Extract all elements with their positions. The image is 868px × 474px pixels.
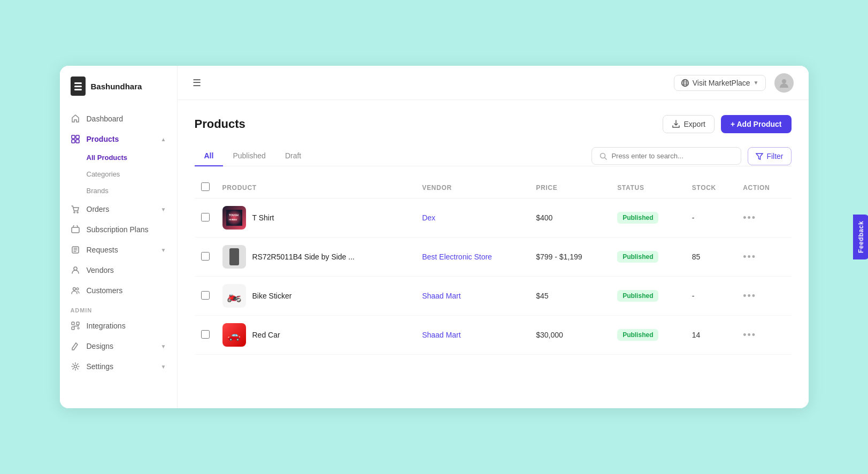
sidebar-sub-categories[interactable]: Categories [60, 166, 177, 182]
svg-rect-12 [76, 322, 79, 325]
svg-point-15 [74, 365, 76, 368]
row-checkbox-car[interactable] [201, 330, 210, 339]
svg-point-4 [73, 212, 74, 213]
product-cell-bike: 🏍️ Bike Sticker [222, 284, 410, 308]
brand-logo-area: Bashundhara [60, 77, 177, 109]
svg-rect-1 [76, 135, 79, 139]
admin-section-label: ADMIN [60, 301, 177, 316]
vendor-bes[interactable]: Best Electronic Store [422, 253, 492, 261]
page-header: Products Export + Add Product [195, 115, 792, 133]
sidebar-item-products-label: Products [87, 135, 119, 143]
select-all-checkbox[interactable] [201, 182, 210, 191]
sidebar-item-dashboard[interactable]: Dashboard [60, 109, 177, 129]
svg-rect-11 [72, 322, 74, 325]
avatar[interactable] [774, 73, 794, 93]
action-menu-car[interactable]: ••• [743, 330, 756, 340]
action-menu-rs72r[interactable]: ••• [743, 251, 756, 262]
sidebar-item-designs-label: Designs [87, 342, 114, 350]
price-rs72r: $799 - $1,199 [529, 238, 611, 277]
sidebar-item-settings[interactable]: Settings ▼ [60, 356, 177, 377]
chevron-down-icon-settings: ▼ [161, 364, 166, 370]
svg-rect-3 [76, 140, 79, 143]
integrations-icon [71, 321, 80, 331]
orders-icon [71, 204, 80, 214]
price-tshirt: $400 [529, 198, 611, 238]
tab-all[interactable]: All [195, 146, 224, 166]
globe-icon [681, 79, 689, 87]
search-box[interactable] [592, 147, 741, 165]
product-name-car: Red Car [252, 331, 280, 339]
sidebar-sub-all-products[interactable]: All Products [60, 149, 177, 166]
sidebar-item-products[interactable]: Products ▲ [60, 129, 177, 149]
sidebar-item-orders[interactable]: Orders ▼ [60, 199, 177, 219]
svg-rect-0 [72, 135, 75, 139]
settings-icon [71, 362, 80, 371]
main-content: ☰ Visit MarketPlace ▼ [178, 66, 809, 408]
chevron-down-icon-requests: ▼ [161, 247, 166, 253]
row-checkbox-bike[interactable] [201, 291, 210, 300]
action-menu-bike[interactable]: ••• [743, 290, 756, 301]
brand-icon [71, 77, 86, 96]
svg-rect-20 [226, 210, 242, 226]
sidebar-item-designs[interactable]: Designs ▼ [60, 336, 177, 356]
sidebar-item-dashboard-label: Dashboard [87, 114, 124, 123]
stock-rs72r: 85 [686, 238, 737, 277]
status-badge-bike: Published [617, 290, 658, 302]
brand-name: Bashundhara [91, 82, 142, 91]
sidebar-item-customers[interactable]: Customers [60, 280, 177, 301]
row-checkbox-tshirt[interactable] [201, 213, 210, 221]
products-icon [71, 134, 80, 144]
visit-marketplace-btn[interactable]: Visit MarketPlace ▼ [674, 75, 766, 91]
sidebar-admin-nav: Integrations Designs ▼ Settin [60, 316, 177, 377]
export-button[interactable]: Export [663, 115, 714, 133]
vendor-shaad-mart-car[interactable]: Shaad Mart [422, 331, 460, 339]
home-icon [71, 114, 80, 124]
visit-marketplace-label: Visit MarketPlace [693, 79, 750, 87]
export-icon [672, 120, 680, 128]
vendor-shaad-mart-bike[interactable]: Shaad Mart [422, 292, 460, 300]
vendor-dex[interactable]: Dex [422, 213, 435, 222]
sidebar-item-subscription[interactable]: Subscription Plans [60, 219, 177, 240]
th-stock: STOCK [686, 177, 737, 198]
svg-point-14 [78, 327, 79, 329]
product-cell-car: 🚗 Red Car [222, 323, 410, 347]
vendors-icon [71, 265, 80, 275]
feedback-tab[interactable]: Feedback [853, 215, 868, 259]
th-status: STATUS [611, 177, 686, 198]
action-menu-tshirt[interactable]: ••• [743, 212, 756, 223]
product-name-rs72r: RS72R5011B4 Side by Side ... [252, 253, 355, 261]
sidebar-item-requests[interactable]: Requests ▼ [60, 240, 177, 260]
svg-text:HUMAN: HUMAN [229, 218, 237, 221]
product-cell-rs72r: RS72R5011B4 Side by Side ... [222, 245, 410, 269]
th-product: PRODUCT [216, 177, 416, 198]
sidebar-item-customers-label: Customers [87, 286, 123, 295]
table-row: TOUGH HUMAN T Shirt Dex $400 Published [195, 198, 792, 238]
th-action: ACTION [736, 177, 791, 198]
sidebar: Bashundhara Dashboard [60, 66, 178, 408]
customers-icon [71, 286, 80, 295]
sidebar-item-vendors[interactable]: Vendors [60, 260, 177, 280]
menu-icon[interactable]: ☰ [193, 77, 201, 89]
table-body: TOUGH HUMAN T Shirt Dex $400 Published [195, 198, 792, 355]
dropdown-icon: ▼ [754, 80, 759, 86]
row-checkbox-rs72r[interactable] [201, 252, 210, 261]
table-row: RS72R5011B4 Side by Side ... Best Electr… [195, 238, 792, 277]
filter-button[interactable]: Filter [748, 147, 791, 165]
sidebar-sub-brands[interactable]: Brands [60, 182, 177, 199]
svg-rect-13 [72, 327, 74, 330]
chevron-down-icon: ▼ [161, 207, 166, 212]
add-product-button[interactable]: + Add Product [721, 115, 792, 133]
product-img-bike: 🏍️ [222, 284, 246, 308]
table-row: 🏍️ Bike Sticker Shaad Mart $45 Published… [195, 277, 792, 316]
tab-draft[interactable]: Draft [275, 146, 311, 166]
page-content-area: Products Export + Add Product [178, 100, 809, 408]
designs-icon [71, 341, 80, 351]
tab-published[interactable]: Published [223, 146, 275, 166]
sidebar-item-integrations[interactable]: Integrations [60, 316, 177, 336]
th-checkbox [195, 177, 216, 198]
svg-rect-2 [72, 140, 75, 143]
product-img-rs72r [222, 245, 246, 269]
status-badge-rs72r: Published [617, 251, 658, 263]
search-input[interactable] [611, 152, 733, 160]
svg-point-18 [782, 79, 786, 83]
